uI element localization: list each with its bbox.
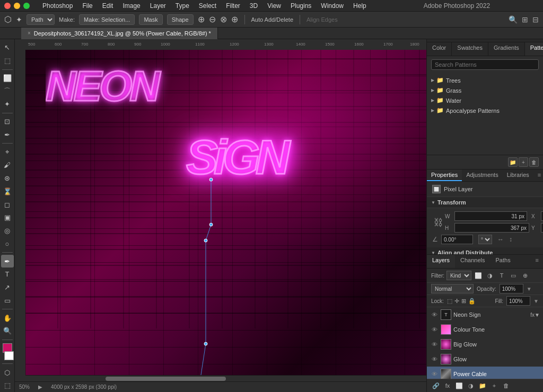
crop-tool[interactable]: ⊡ — [1, 115, 14, 128]
tab-close[interactable]: × — [28, 30, 31, 36]
pen-tool[interactable]: ✒ — [1, 255, 14, 268]
minimize-button[interactable] — [14, 3, 20, 9]
tab-properties[interactable]: Properties — [427, 170, 462, 181]
blend-mode-select[interactable]: Normal — [431, 284, 474, 293]
shape-tool[interactable]: ▭ — [1, 294, 14, 307]
opacity-arrow-icon[interactable]: ▼ — [527, 286, 532, 292]
canvas-content[interactable]: SiGN NEON — [25, 50, 426, 381]
search-icon[interactable]: 🔍 — [509, 15, 518, 24]
menu-select[interactable]: Select — [198, 2, 217, 10]
menu-help[interactable]: Help — [352, 2, 367, 10]
background-color[interactable] — [4, 351, 14, 361]
panel-icon[interactable]: ⊟ — [532, 15, 539, 24]
history-brush-tool[interactable]: ⌛ — [1, 185, 14, 198]
new-adjustment-button[interactable]: ◑ — [466, 381, 476, 390]
path-type-select[interactable]: Path — [27, 14, 55, 25]
scrollbar-thumb-h[interactable] — [106, 377, 226, 381]
menu-layer[interactable]: Layer — [149, 2, 167, 10]
blur-tool[interactable]: ◎ — [1, 225, 14, 237]
delete-layer-button[interactable]: 🗑 — [501, 381, 511, 390]
menu-view[interactable]: View — [266, 2, 282, 10]
tab-gradients[interactable]: Gradients — [488, 42, 525, 56]
options-icon3[interactable]: ⊗ — [220, 14, 227, 24]
hand-tool[interactable]: ✋ — [1, 311, 14, 324]
fill-input[interactable] — [506, 296, 530, 306]
options-icon2[interactable]: ⊖ — [209, 14, 216, 24]
move-tool[interactable]: ↖ — [1, 41, 14, 54]
spot-heal-tool[interactable]: ⌖ — [1, 146, 14, 158]
dodge-tool[interactable]: ○ — [1, 237, 14, 250]
filter-type-icon[interactable]: T — [497, 271, 506, 280]
menu-plugins[interactable]: Plugins — [290, 2, 312, 10]
type-tool[interactable]: T — [1, 268, 14, 281]
layer-visibility-icon[interactable]: 👁 — [430, 370, 439, 378]
menu-type[interactable]: Type — [174, 2, 190, 10]
close-button[interactable] — [4, 3, 11, 9]
layer-visibility-icon[interactable]: 👁 — [430, 355, 439, 363]
tab-adjustments[interactable]: Adjustments — [462, 170, 503, 181]
pattern-group-grass[interactable]: ▶ 📁 Grass — [427, 85, 543, 95]
w-input[interactable] — [454, 211, 527, 221]
angle-select[interactable]: ° — [478, 235, 492, 244]
menu-edit[interactable]: Edit — [101, 2, 115, 10]
layer-visibility-icon[interactable]: 👁 — [430, 310, 439, 319]
horizontal-scrollbar[interactable] — [25, 375, 426, 381]
new-pattern-icon[interactable]: + — [519, 157, 528, 167]
layers-menu-icon[interactable]: ≡ — [531, 255, 543, 268]
lock-all-icon[interactable]: 🔒 — [468, 298, 476, 305]
menu-window[interactable]: Window — [320, 2, 345, 10]
tab-swatches[interactable]: Swatches — [452, 42, 488, 56]
mask-button[interactable]: Mask — [139, 14, 162, 25]
flip-h-icon[interactable]: ↔ — [497, 236, 504, 243]
x-input[interactable] — [541, 211, 543, 221]
tab-libraries[interactable]: Libraries — [503, 170, 533, 181]
filter-pixel-icon[interactable]: ⬜ — [474, 271, 483, 280]
tab-color[interactable]: Color — [427, 42, 452, 56]
layer-row[interactable]: 👁 Big Glow — [427, 337, 543, 352]
eraser-tool[interactable]: ◻ — [1, 198, 14, 211]
workspace-icon[interactable]: ⊞ — [522, 15, 528, 24]
menu-file[interactable]: File — [81, 2, 93, 10]
h-input[interactable] — [454, 223, 529, 233]
eyedropper-tool[interactable]: ✒ — [1, 128, 14, 141]
layer-visibility-icon[interactable]: 👁 — [430, 325, 439, 334]
angle-input[interactable] — [441, 235, 473, 244]
options-icon4[interactable]: ⊕ — [231, 14, 238, 24]
new-group-button[interactable]: 📁 — [478, 381, 487, 390]
menu-filter[interactable]: Filter — [225, 2, 241, 10]
delete-pattern-icon[interactable]: 🗑 — [529, 157, 539, 167]
layer-visibility-icon[interactable]: 👁 — [430, 340, 439, 349]
shape-button[interactable]: Shape — [167, 14, 194, 25]
tab-layers[interactable]: Layers — [427, 255, 455, 268]
add-style-button[interactable]: fx — [443, 381, 452, 390]
filter-smart-icon[interactable]: ⊕ — [520, 271, 530, 280]
menu-3d[interactable]: 3D — [249, 2, 259, 10]
tab-paths[interactable]: Paths — [491, 255, 516, 268]
document-tab[interactable]: × Depositphotos_306174192_XL.jpg @ 50% (… — [21, 28, 218, 39]
filter-adj-icon[interactable]: ◑ — [485, 271, 495, 280]
status-arrow[interactable]: ▶ — [38, 384, 42, 390]
layer-row[interactable]: 👁 Power Cable — [427, 367, 543, 379]
pattern-group-apocalypse[interactable]: ▶ 📁 Apocalypse Patterns — [427, 105, 543, 115]
quick-mask-tool[interactable]: ⬡ — [1, 366, 14, 379]
tab-patterns[interactable]: Patterns — [525, 42, 543, 56]
properties-menu-icon[interactable]: ≡ — [533, 170, 543, 181]
new-folder-icon[interactable]: 📁 — [508, 157, 518, 167]
lasso-tool[interactable]: ⌒ — [1, 85, 14, 97]
gradient-tool[interactable]: ▣ — [1, 211, 14, 224]
layer-row[interactable]: 👁 T Neon Sign fx▼ — [427, 307, 543, 322]
lock-artboard-icon[interactable]: ⊞ — [461, 298, 466, 305]
opacity-input[interactable] — [500, 284, 523, 293]
transform-section-header[interactable]: ▼ Transform — [427, 197, 543, 208]
path-selection-tool[interactable]: ↗ — [1, 281, 14, 294]
y-input[interactable] — [541, 223, 543, 233]
align-section-header[interactable]: ▼ Align and Distribute — [427, 247, 543, 254]
tab-channels[interactable]: Channels — [455, 255, 490, 268]
pattern-group-water[interactable]: ▶ 📁 Water — [427, 95, 543, 105]
filter-kind-select[interactable]: Kind — [446, 271, 471, 280]
filter-shape-icon[interactable]: ▭ — [509, 271, 518, 280]
magic-wand-tool[interactable]: ✦ — [1, 98, 14, 111]
fill-arrow-icon[interactable]: ▼ — [533, 298, 539, 304]
zoom-tool[interactable]: 🔍 — [1, 325, 14, 337]
screen-mode-tool[interactable]: ⬚ — [1, 379, 14, 392]
